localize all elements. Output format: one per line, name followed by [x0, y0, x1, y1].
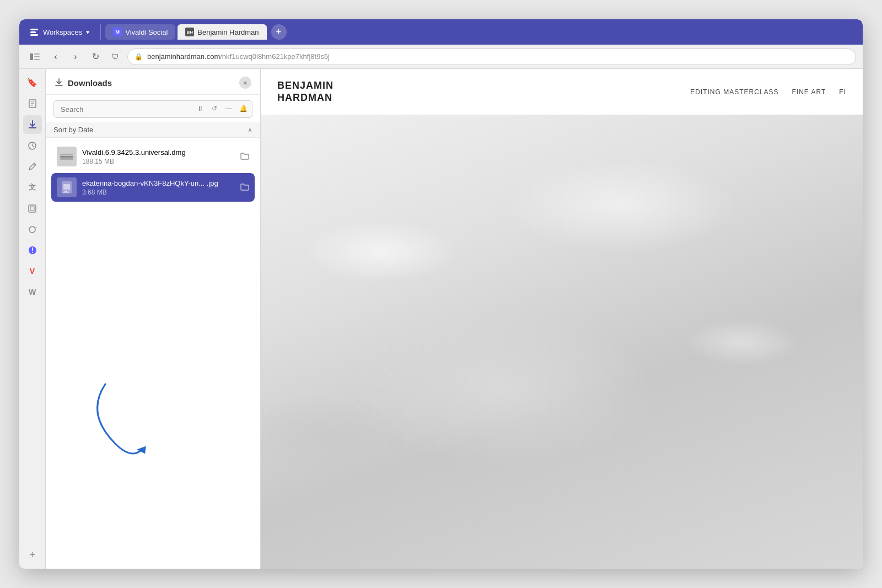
workspaces-chevron-icon: ▼	[85, 29, 90, 35]
downloads-list: Vivaldi.6.9.3425.3.universal.dmg 188.15 …	[46, 138, 260, 358]
clear-history-button[interactable]: ↺	[208, 103, 220, 115]
website-content: BENJAMIN HARDMAN EDITING MASTERCLASS FIN…	[261, 69, 863, 569]
sidebar-icon-wikipedia[interactable]: W	[23, 283, 42, 301]
svg-rect-2	[34, 56, 40, 57]
address-bar[interactable]: 🔒 benjaminhardman.com/nkf1ucwq0i8hm621kp…	[127, 48, 856, 65]
tab-bar: Workspaces ▼ M Vivaldi Social BH Benjami…	[19, 19, 863, 45]
website-hero	[261, 115, 863, 569]
downloads-title: Downloads	[55, 78, 112, 88]
sidebar-icon-mastodon[interactable]	[23, 241, 42, 260]
benjamin-hardman-tab-label: Benjamin Hardman	[197, 28, 259, 36]
website-nav: BENJAMIN HARDMAN EDITING MASTERCLASS FIN…	[261, 69, 863, 115]
sidebar-icon-notes[interactable]	[23, 157, 42, 176]
sidebar-icon-reading-list[interactable]	[23, 94, 42, 113]
main-area: 🔖 文 V W	[19, 69, 863, 569]
search-actions: ⏸ ↺ — 🔔	[194, 103, 249, 115]
forward-icon: ›	[74, 52, 77, 62]
address-domain: benjaminhardman.com	[147, 52, 220, 61]
shield-button[interactable]: 🛡	[107, 49, 123, 64]
forward-button[interactable]: ›	[68, 49, 83, 64]
tab-vivaldi-social[interactable]: M Vivaldi Social	[105, 24, 175, 40]
sort-bar[interactable]: Sort by Date ∧	[46, 122, 260, 138]
sidebar-icon-add[interactable]: +	[23, 546, 42, 564]
pause-button[interactable]: ⏸	[194, 103, 206, 115]
remove-button[interactable]: —	[223, 103, 235, 115]
address-path: /nkf1ucwq0i8hm621kpe7khfj8t9s5j	[220, 52, 330, 61]
sidebar-icon-downloads[interactable]	[23, 115, 42, 134]
website-logo: BENJAMIN HARDMAN	[277, 80, 334, 104]
menu-item-editing[interactable]: EDITING MASTERCLASS	[690, 88, 778, 96]
tab-divider	[100, 24, 101, 40]
sidebar-icon-bookmarks[interactable]: 🔖	[23, 73, 42, 92]
sidebar-toggle-button[interactable]	[26, 48, 44, 66]
back-button[interactable]: ‹	[48, 49, 63, 64]
download-item-dmg-info: Vivaldi.6.9.3425.3.universal.dmg 188.15 …	[82, 148, 235, 165]
sort-chevron-icon[interactable]: ∧	[248, 126, 252, 134]
sort-label: Sort by Date	[53, 126, 93, 134]
download-item-jpg-size: 3.68 MB	[82, 188, 235, 196]
sidebar-icon-translate[interactable]: 文	[23, 178, 42, 197]
sidebar-icons: 🔖 文 V W	[19, 69, 46, 569]
sidebar-icon-capture[interactable]	[23, 199, 42, 218]
back-icon: ‹	[54, 52, 57, 62]
sidebar-icon-vivaldi[interactable]: V	[23, 262, 42, 280]
download-item-dmg[interactable]: Vivaldi.6.9.3425.3.universal.dmg 188.15 …	[51, 142, 255, 171]
downloads-close-button[interactable]: ×	[239, 77, 251, 89]
download-item-jpg-icon: JPG	[57, 177, 77, 197]
website-menu: EDITING MASTERCLASS FINE ART FI	[690, 88, 846, 96]
lock-icon: 🔒	[135, 53, 143, 61]
sidebar-icon-history[interactable]	[23, 136, 42, 155]
snow-texture	[261, 115, 863, 569]
download-item-dmg-name: Vivaldi.6.9.3425.3.universal.dmg	[82, 148, 235, 157]
new-tab-button[interactable]: +	[271, 24, 287, 40]
arrow-annotation	[73, 374, 217, 473]
download-item-dmg-size: 188.15 MB	[82, 158, 235, 165]
search-bar: ⏸ ↺ — 🔔	[53, 100, 252, 118]
workspaces-button[interactable]: Workspaces ▼	[25, 24, 96, 40]
svg-rect-1	[34, 53, 40, 55]
address-text: benjaminhardman.com/nkf1ucwq0i8hm621kpe7…	[147, 52, 849, 61]
svg-rect-0	[30, 53, 33, 60]
svg-rect-3	[34, 59, 40, 60]
svg-rect-11	[29, 205, 36, 212]
reload-button[interactable]: ↻	[88, 49, 103, 64]
svg-text:JPG: JPG	[63, 190, 69, 193]
menu-item-fine-art[interactable]: FINE ART	[792, 88, 826, 96]
drag-area: JPG +	[46, 358, 260, 569]
shield-icon: 🛡	[111, 52, 119, 61]
nav-bar: ‹ › ↻ 🛡 🔒 benjaminhardman.com/nkf1ucwq0i…	[19, 45, 863, 69]
workspaces-label: Workspaces	[43, 28, 82, 36]
download-item-dmg-folder-icon[interactable]	[240, 152, 249, 161]
benjamin-hardman-favicon: BH	[185, 28, 194, 36]
browser-window: Workspaces ▼ M Vivaldi Social BH Benjami…	[19, 19, 863, 569]
svg-rect-14	[63, 184, 70, 190]
vivaldi-social-favicon: M	[113, 28, 122, 36]
download-item-jpg[interactable]: JPG ekaterina-bogdan-vKN3F8zHQkY-un... .…	[51, 173, 255, 202]
reload-icon: ↻	[92, 51, 99, 62]
svg-marker-16	[137, 446, 148, 456]
menu-item-fi[interactable]: FI	[839, 88, 846, 96]
download-item-jpg-name: ekaterina-bogdan-vKN3F8zHQkY-un... .jpg	[82, 179, 235, 187]
svg-rect-12	[30, 207, 34, 211]
workspaces-icon	[30, 27, 40, 37]
more-button[interactable]: 🔔	[237, 103, 249, 115]
downloads-header: Downloads ×	[46, 69, 260, 95]
download-item-jpg-folder-icon[interactable]	[240, 183, 249, 192]
vivaldi-social-tab-label: Vivaldi Social	[125, 28, 168, 36]
download-item-jpg-info: ekaterina-bogdan-vKN3F8zHQkY-un... .jpg …	[82, 179, 235, 196]
downloads-panel: Downloads × ⏸ ↺ — 🔔 Sort by Date ∧	[46, 69, 261, 569]
download-item-dmg-icon	[57, 147, 77, 166]
tab-benjamin-hardman[interactable]: BH Benjamin Hardman	[178, 24, 266, 40]
downloads-title-icon	[55, 78, 63, 88]
sidebar-icon-sync[interactable]	[23, 220, 42, 239]
